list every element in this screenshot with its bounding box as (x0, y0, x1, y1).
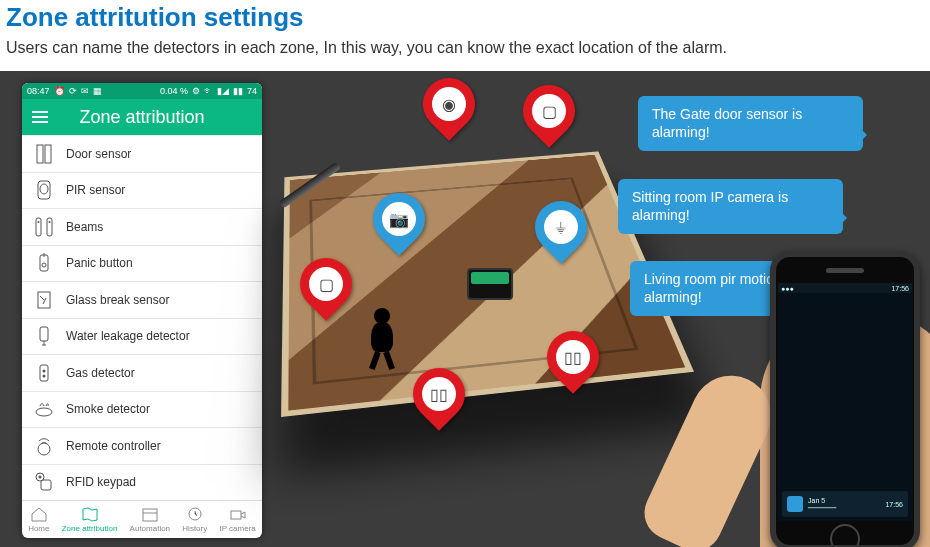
page-title: Zone attritution settings (6, 2, 924, 33)
pin-smoke: ◉ (423, 78, 475, 142)
door-icon (34, 144, 54, 164)
phone-statusbar: ●●●17:56 (778, 283, 912, 293)
tab-automation[interactable]: Automation (130, 506, 170, 533)
page-subtitle: Users can name the detectors in each zon… (6, 39, 924, 57)
alert-bubble-gate: The Gate door sensor is alarming! (638, 96, 863, 151)
ip-camera-icon: 📷 (382, 202, 416, 236)
zone-label: Water leakage detector (66, 329, 190, 343)
glass-icon (34, 290, 54, 310)
zone-label: Gas detector (66, 366, 135, 380)
zone-item-gas[interactable]: Gas detector (22, 355, 262, 392)
svg-rect-1 (45, 145, 51, 163)
rfid-icon (34, 472, 54, 492)
svg-rect-5 (47, 218, 52, 236)
notification-app-icon (787, 496, 803, 512)
home-button[interactable] (830, 524, 860, 547)
svg-rect-13 (40, 365, 48, 381)
zone-label: RFID keypad (66, 475, 136, 489)
pin-pir2: ▢ (300, 258, 352, 322)
tab-label: IP camera (219, 524, 255, 533)
app-bar: Zone attribution (22, 99, 262, 135)
floorplan: ◉ ▢ 📷 ⏚ ▢ ▯▯ ▯▯ (285, 93, 645, 433)
pir-icon (34, 180, 54, 200)
notification-phone: ●●●17:56 Jan 5━━━━━━━ 17:56 (770, 251, 920, 547)
door-sensor-icon: ▯▯ (422, 377, 456, 411)
svg-point-14 (43, 369, 46, 372)
gas-icon (34, 363, 54, 383)
alarm-panel-icon (467, 268, 513, 300)
zone-label: Smoke detector (66, 402, 150, 416)
zone-item-door[interactable]: Door sensor (22, 136, 262, 173)
menu-icon[interactable] (32, 111, 48, 123)
camera-icon (229, 506, 247, 522)
svg-rect-21 (143, 509, 157, 521)
zone-item-remote[interactable]: Remote controller (22, 428, 262, 465)
water-icon (34, 326, 54, 346)
zone-item-glass[interactable]: Glass break sensor (22, 282, 262, 319)
tab-label: Automation (130, 524, 170, 533)
status-time: 08:47 (27, 86, 50, 96)
tab-home[interactable]: Home (28, 506, 49, 533)
svg-rect-4 (36, 218, 41, 236)
grid-icon: ▦ (93, 86, 102, 96)
svg-rect-18 (41, 480, 51, 490)
zone-label: Panic button (66, 256, 133, 270)
svg-point-6 (38, 221, 40, 223)
tab-history[interactable]: History (182, 506, 207, 533)
zone-item-rfid[interactable]: RFID keypad (22, 465, 262, 501)
pin-door2: ▯▯ (547, 331, 599, 395)
pir-sensor-icon: ▢ (309, 267, 343, 301)
zone-item-pir[interactable]: PIR sensor (22, 173, 262, 210)
svg-rect-0 (37, 145, 43, 163)
zone-item-smoke[interactable]: Smoke detector (22, 392, 262, 429)
signal-icon: ▮◢ (217, 86, 229, 96)
tab-bar: Home Zone attribution Automation History… (22, 500, 262, 538)
beams-icon (34, 217, 54, 237)
app-bar-title: Zone attribution (79, 107, 204, 128)
door-sensor-icon: ▯▯ (556, 340, 590, 374)
stage: 08:47 ⏰ ⟳ ✉ ▦ 0.04 % ⚙ ᯤ ▮◢ ▮▮ 74 Zone a… (0, 71, 930, 547)
svg-point-16 (36, 408, 52, 416)
panic-icon (34, 253, 54, 273)
hand-holding-phone: ●●●17:56 Jan 5━━━━━━━ 17:56 (660, 181, 930, 547)
wifi-icon: ᯤ (204, 86, 213, 96)
app-phone: 08:47 ⏰ ⟳ ✉ ▦ 0.04 % ⚙ ᯤ ▮◢ ▮▮ 74 Zone a… (22, 83, 262, 538)
svg-point-15 (43, 374, 46, 377)
remote-icon (34, 436, 54, 456)
map-icon (81, 506, 99, 522)
zone-label: Beams (66, 220, 103, 234)
svg-point-3 (40, 184, 48, 194)
tab-zone[interactable]: Zone attribution (62, 506, 118, 533)
pin-door: ▯▯ (413, 368, 465, 432)
zone-item-panic[interactable]: Panic button (22, 246, 262, 283)
battery-icon: ▮▮ (233, 86, 243, 96)
notification-item: Jan 5━━━━━━━ 17:56 (782, 491, 908, 517)
tab-label: History (182, 524, 207, 533)
zone-label: PIR sensor (66, 183, 125, 197)
history-icon (186, 506, 204, 522)
notification-date: Jan 5 (808, 497, 836, 504)
speaker-icon (826, 268, 864, 273)
phone-screen: ●●●17:56 Jan 5━━━━━━━ 17:56 (778, 283, 912, 521)
pir-sensor-icon: ▢ (532, 94, 566, 128)
smoke-detector-icon: ◉ (432, 87, 466, 121)
tab-camera[interactable]: IP camera (219, 506, 255, 533)
zone-item-beams[interactable]: Beams (22, 209, 262, 246)
tab-label: Home (28, 524, 49, 533)
tab-label: Zone attribution (62, 524, 118, 533)
smoke-icon (34, 399, 54, 419)
zone-list: Door sensor PIR sensor Beams Panic butto… (22, 135, 262, 500)
sync-icon: ⟳ (69, 86, 77, 96)
notification-time: 17:56 (885, 501, 903, 508)
svg-rect-12 (40, 327, 48, 341)
zone-label: Remote controller (66, 439, 161, 453)
zone-label: Glass break sensor (66, 293, 169, 307)
svg-point-20 (39, 476, 42, 479)
calendar-icon (141, 506, 159, 522)
home-icon (30, 506, 48, 522)
alarm-icon: ⏰ (54, 86, 65, 96)
status-batt: 74 (247, 86, 257, 96)
zone-item-water[interactable]: Water leakage detector (22, 319, 262, 356)
mail-icon: ✉ (81, 86, 89, 96)
svg-point-10 (42, 263, 46, 267)
